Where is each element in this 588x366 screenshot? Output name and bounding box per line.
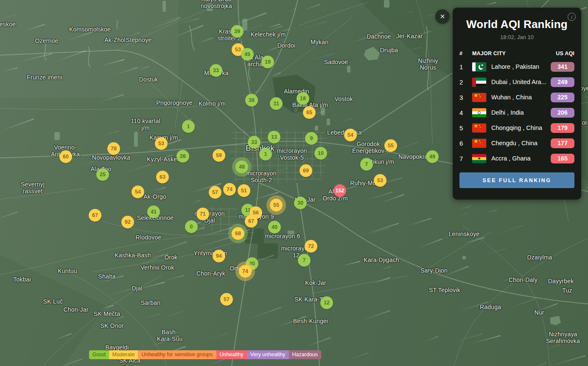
aqi-station-marker[interactable]: 94: [213, 250, 225, 262]
col-us-aqi: US AQI: [550, 51, 574, 56]
aqi-station-marker[interactable]: 51: [238, 184, 250, 197]
aqi-station-marker[interactable]: 67: [89, 209, 101, 222]
aqi-map-app: neskoeKomsomolskoeOzernoeAk-ZholStepnoye…: [0, 0, 588, 366]
aqi-station-marker[interactable]: 67: [245, 215, 258, 228]
panel-close-button[interactable]: ✕: [435, 9, 450, 24]
city-name: Delhi , India: [491, 109, 551, 116]
aqi-station-marker[interactable]: 60: [59, 150, 72, 163]
city-name: Dubai , United Ara...: [491, 79, 551, 85]
aqi-station-marker[interactable]: 63: [156, 171, 169, 183]
ranking-row[interactable]: 2 Dubai , United Ara... 249: [459, 74, 574, 90]
aqi-station-marker[interactable]: 18: [297, 92, 309, 105]
aqi-station-marker[interactable]: 45: [241, 48, 254, 61]
world-aqi-ranking-panel: i World AQI Ranking 18:02, Jan 10 # MAJO…: [453, 8, 581, 200]
panel-title: World AQI Ranking: [459, 18, 574, 31]
aqi-station-marker[interactable]: 53: [155, 137, 168, 150]
close-icon: ✕: [440, 13, 445, 20]
aqi-value-badge: 179: [551, 123, 574, 133]
aqi-station-marker[interactable]: 41: [147, 206, 160, 218]
aqi-station-marker[interactable]: 26: [176, 150, 189, 163]
aqi-station-marker[interactable]: 39: [231, 25, 244, 38]
aqi-value-badge: 177: [551, 138, 574, 148]
ae-flag-icon: [472, 78, 486, 87]
aqi-value-badge: 341: [551, 62, 574, 72]
aqi-station-marker[interactable]: 92: [121, 216, 134, 228]
aqi-station-marker[interactable]: 33: [248, 136, 260, 149]
aqi-station-marker[interactable]: 1: [259, 148, 272, 160]
rank-number: 5: [459, 124, 472, 132]
rank-number: 6: [459, 140, 472, 147]
aqi-value-badge: 249: [551, 77, 574, 87]
ranking-row[interactable]: 6 Chengdu , China 177: [459, 135, 574, 151]
aqi-value-badge: 206: [551, 108, 574, 118]
col-rank: #: [459, 51, 472, 56]
legend-item-moderate: Moderate: [109, 350, 138, 359]
cn-flag-icon: [472, 139, 486, 148]
aqi-station-marker[interactable]: 38: [245, 94, 258, 107]
city-name: Wuhan , China: [491, 94, 551, 101]
gh-flag-icon: [472, 154, 486, 163]
aqi-station-marker[interactable]: 13: [268, 131, 280, 144]
aqi-legend: GoodModerateUnhealthy for sensitive grou…: [89, 350, 321, 359]
legend-item-good: Good: [89, 350, 109, 359]
aqi-station-marker[interactable]: 10: [314, 147, 327, 160]
ranking-header-row: # MAJOR CITY US AQI: [459, 51, 574, 56]
city-name: Chongqing , China: [491, 124, 551, 131]
in-flag-icon: [472, 108, 486, 117]
rank-number: 1: [459, 63, 472, 70]
ranking-row[interactable]: 5 Chongqing , China 179: [459, 120, 574, 135]
ranking-row[interactable]: 1 Lahore , Pakistan 341: [459, 59, 574, 74]
aqi-station-marker[interactable]: 65: [303, 106, 316, 119]
aqi-station-marker[interactable]: 12: [320, 296, 333, 309]
aqi-station-marker[interactable]: 57: [220, 293, 233, 306]
aqi-station-marker[interactable]: 68: [232, 227, 244, 240]
aqi-station-marker[interactable]: 74: [239, 265, 252, 278]
aqi-station-marker[interactable]: 78: [107, 142, 120, 155]
city-name: Accra , Ghana: [491, 155, 551, 162]
info-icon[interactable]: i: [568, 13, 576, 21]
col-major-city: MAJOR CITY: [472, 51, 550, 56]
rank-number: 4: [459, 109, 472, 116]
aqi-station-marker[interactable]: 49: [426, 150, 439, 163]
aqi-station-marker[interactable]: 9: [305, 132, 318, 145]
aqi-station-marker[interactable]: 72: [305, 240, 317, 253]
aqi-station-marker[interactable]: 69: [300, 164, 312, 177]
aqi-station-marker[interactable]: 48: [235, 160, 248, 173]
rank-number: 3: [459, 94, 472, 101]
city-name: Lahore , Pakistan: [491, 63, 551, 70]
rank-number: 2: [459, 79, 472, 86]
aqi-station-marker[interactable]: 33: [210, 64, 222, 77]
aqi-station-marker[interactable]: 71: [196, 208, 209, 220]
aqi-station-marker[interactable]: 54: [132, 186, 144, 198]
aqi-station-marker[interactable]: 7: [360, 158, 373, 171]
aqi-station-marker[interactable]: 25: [96, 168, 109, 181]
aqi-station-marker[interactable]: 1: [182, 120, 195, 133]
aqi-station-marker[interactable]: 54: [344, 129, 357, 141]
aqi-station-marker[interactable]: 55: [384, 139, 397, 152]
see-full-ranking-button[interactable]: SEE FULL RANKING: [459, 172, 574, 188]
aqi-station-marker[interactable]: 7: [298, 254, 311, 267]
aqi-station-marker[interactable]: 11: [270, 97, 283, 110]
legend-item-very_unhealthy: Very unhealthy: [247, 350, 289, 359]
ranking-row[interactable]: 3 Wuhan , China 225: [459, 90, 574, 105]
ranking-row[interactable]: 4 Delhi , India 206: [459, 105, 574, 120]
pk-flag-icon: [472, 62, 486, 71]
aqi-station-marker[interactable]: 53: [374, 174, 386, 187]
legend-item-unhealthy_sensitive: Unhealthy for sensitive groups: [138, 350, 216, 359]
aqi-station-marker[interactable]: 59: [213, 149, 225, 162]
aqi-station-marker[interactable]: 0: [185, 220, 198, 233]
aqi-station-marker[interactable]: 55: [270, 199, 283, 211]
cn-flag-icon: [472, 124, 486, 132]
ranking-row[interactable]: 7 Accra , Ghana 165: [459, 151, 574, 166]
aqi-station-marker[interactable]: 74: [223, 183, 236, 196]
cn-flag-icon: [472, 93, 486, 102]
aqi-station-marker[interactable]: 57: [209, 186, 221, 199]
aqi-value-badge: 165: [551, 154, 574, 163]
panel-timestamp: 18:02, Jan 10: [459, 34, 574, 40]
aqi-station-marker[interactable]: 19: [261, 56, 274, 68]
legend-item-hazardous: Hazardous: [289, 350, 321, 359]
aqi-station-marker[interactable]: 30: [294, 197, 307, 209]
aqi-station-marker[interactable]: 40: [268, 221, 281, 234]
ranking-rows: 1 Lahore , Pakistan 341 2 Dubai , United…: [459, 59, 574, 166]
aqi-station-marker[interactable]: 152: [333, 184, 346, 197]
